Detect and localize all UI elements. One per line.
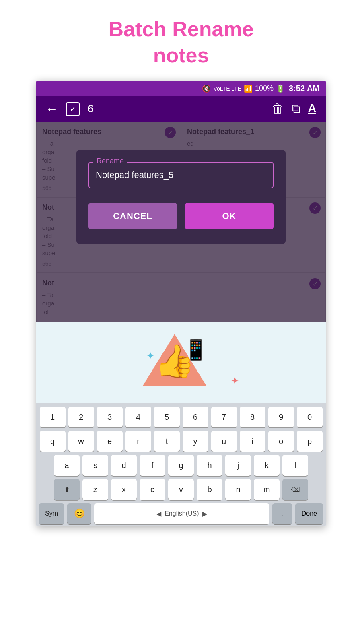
key-z[interactable]: z xyxy=(82,479,108,500)
key-w[interactable]: w xyxy=(68,431,94,452)
sparkle-icon-2: ✦ xyxy=(231,375,239,386)
key-0[interactable]: 0 xyxy=(297,407,323,427)
signal-icon: 📶 xyxy=(244,84,253,93)
key-done[interactable]: Done xyxy=(295,503,323,524)
key-v[interactable]: v xyxy=(168,479,194,500)
key-4[interactable]: 4 xyxy=(125,407,151,427)
rename-legend: Rename xyxy=(93,157,127,165)
key-9[interactable]: 9 xyxy=(268,407,294,427)
key-1[interactable]: 1 xyxy=(40,407,66,427)
toolbar-actions: 🗑 ⧉ A xyxy=(272,102,316,116)
key-6[interactable]: 6 xyxy=(183,407,208,427)
key-5[interactable]: 5 xyxy=(154,407,180,427)
key-l[interactable]: l xyxy=(282,455,308,476)
page-title: Batch Rename notes xyxy=(0,0,362,80)
key-8[interactable]: 8 xyxy=(240,407,265,427)
selected-count: 6 xyxy=(88,103,263,115)
key-f[interactable]: f xyxy=(140,455,165,476)
key-shift[interactable]: ⬆ xyxy=(54,479,80,500)
status-bar: 🔇 VoLTE LTE 📶 100% 🔋 3:52 AM xyxy=(36,80,326,96)
phone-frame: 🔇 VoLTE LTE 📶 100% 🔋 3:52 AM ← ✓ 6 🗑 ⧉ A… xyxy=(36,80,326,526)
key-7[interactable]: 7 xyxy=(211,407,237,427)
phone-small-icon: 📱 xyxy=(183,338,208,361)
key-e[interactable]: e xyxy=(97,431,123,452)
key-y[interactable]: y xyxy=(183,431,208,452)
key-2[interactable]: 2 xyxy=(68,407,94,427)
key-emoji[interactable]: 😊 xyxy=(67,503,91,524)
key-r[interactable]: r xyxy=(125,431,151,452)
battery-percent: 100% xyxy=(255,84,274,93)
keyboard-row-zxcv: ⬆ z x c v b n m ⌫ xyxy=(39,479,323,500)
rename-fieldset: Rename xyxy=(88,162,274,188)
key-h[interactable]: h xyxy=(197,455,222,476)
keyboard-bottom-row: Sym 😊 ◀ English(US) ▶ . Done xyxy=(39,503,323,524)
keyboard-row-asdf: a s d f g h j k l xyxy=(39,455,323,476)
battery-icon: 🔋 xyxy=(276,84,285,93)
key-o[interactable]: o xyxy=(268,431,294,452)
notes-area: Notepad features – Taorgafold– Susupe 56… xyxy=(36,122,326,322)
volte-label: VoLTE LTE xyxy=(213,85,241,92)
rename-input[interactable] xyxy=(96,167,266,181)
key-s[interactable]: s xyxy=(82,455,108,476)
lang-label: English(US) xyxy=(165,510,199,517)
key-u[interactable]: u xyxy=(211,431,237,452)
key-sym[interactable]: Sym xyxy=(39,503,64,524)
lang-next-icon: ▶ xyxy=(202,510,207,518)
delete-button[interactable]: 🗑 xyxy=(272,102,284,116)
mute-icon: 🔇 xyxy=(202,84,211,93)
key-backspace[interactable]: ⌫ xyxy=(282,479,308,500)
font-button[interactable]: A xyxy=(308,102,316,116)
sparkle-icon-1: ✦ xyxy=(146,350,154,361)
checkbox-icon: ✓ xyxy=(70,104,76,114)
select-all-checkbox[interactable]: ✓ xyxy=(66,102,80,116)
key-c[interactable]: c xyxy=(140,479,165,500)
illustration-area: 👍 📱 ✦ ✦ xyxy=(36,322,326,402)
back-button[interactable]: ← xyxy=(46,102,58,116)
app-toolbar: ← ✓ 6 🗑 ⧉ A xyxy=(36,96,326,122)
copy-button[interactable]: ⧉ xyxy=(292,102,300,116)
key-b[interactable]: b xyxy=(197,479,222,500)
cancel-button[interactable]: CANCEL xyxy=(88,203,177,229)
keyboard-row-numbers: 1 2 3 4 5 6 7 8 9 0 xyxy=(39,407,323,427)
key-period[interactable]: . xyxy=(272,503,292,524)
key-d[interactable]: d xyxy=(111,455,137,476)
key-m[interactable]: m xyxy=(254,479,280,500)
key-k[interactable]: k xyxy=(254,455,280,476)
key-j[interactable]: j xyxy=(225,455,251,476)
key-x[interactable]: x xyxy=(111,479,137,500)
keyboard-row-qwerty: q w e r t y u i o p xyxy=(39,431,323,452)
ok-button[interactable]: OK xyxy=(185,203,274,229)
key-space[interactable]: ◀ English(US) ▶ xyxy=(94,503,269,524)
time-display: 3:52 AM xyxy=(289,84,319,93)
key-a[interactable]: a xyxy=(54,455,80,476)
keyboard: 1 2 3 4 5 6 7 8 9 0 q w e r t y u i o p … xyxy=(36,402,326,526)
key-n[interactable]: n xyxy=(225,479,251,500)
key-i[interactable]: i xyxy=(240,431,265,452)
key-g[interactable]: g xyxy=(168,455,194,476)
dialog-overlay: Rename CANCEL OK xyxy=(36,122,326,322)
dialog-buttons: CANCEL OK xyxy=(88,203,274,229)
rename-dialog: Rename CANCEL OK xyxy=(76,150,286,244)
lang-prev-icon: ◀ xyxy=(156,510,161,518)
key-t[interactable]: t xyxy=(154,431,180,452)
key-3[interactable]: 3 xyxy=(97,407,123,427)
key-p[interactable]: p xyxy=(297,431,323,452)
key-q[interactable]: q xyxy=(40,431,66,452)
